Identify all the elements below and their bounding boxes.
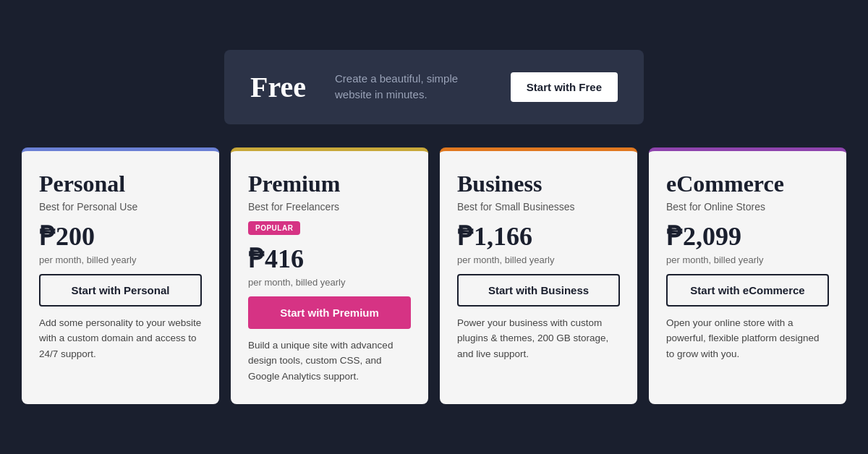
plan-tagline-premium: Best for Freelancers <box>248 201 411 213</box>
popular-badge: POPULAR <box>248 221 300 235</box>
plan-price-ecommerce: ₱2,099 <box>666 221 829 252</box>
plan-name-personal: Personal <box>39 171 202 197</box>
plan-card-premium: Premium Best for Freelancers POPULAR ₱41… <box>231 147 428 405</box>
plan-price-personal: ₱200 <box>39 221 202 252</box>
free-plan-description: Create a beautiful, simple website in mi… <box>335 71 482 103</box>
plan-billing-premium: per month, billed yearly <box>248 277 411 288</box>
plan-description-business: Power your business with custom plugins … <box>457 315 620 362</box>
plan-price-premium: ₱416 <box>248 244 411 274</box>
plan-button-ecommerce[interactable]: Start with eCommerce <box>666 274 829 307</box>
plan-button-premium[interactable]: Start with Premium <box>248 296 411 329</box>
plan-billing-ecommerce: per month, billed yearly <box>666 254 829 265</box>
start-with-free-button[interactable]: Start with Free <box>511 72 618 102</box>
plans-grid: Personal Best for Personal Use ₱200 per … <box>22 147 846 405</box>
plan-tagline-ecommerce: Best for Online Stores <box>666 201 829 213</box>
plan-card-business: Business Best for Small Businesses ₱1,16… <box>440 147 637 405</box>
plan-description-ecommerce: Open your online store with a powerful, … <box>666 315 829 362</box>
plan-description-personal: Add some personality to your website wit… <box>39 315 202 362</box>
plan-tagline-personal: Best for Personal Use <box>39 201 202 213</box>
plan-name-business: Business <box>457 171 620 197</box>
free-banner: Free Create a beautiful, simple website … <box>224 50 644 124</box>
plan-card-personal: Personal Best for Personal Use ₱200 per … <box>22 147 219 405</box>
plan-name-premium: Premium <box>248 171 411 197</box>
plan-billing-business: per month, billed yearly <box>457 254 620 265</box>
plan-button-business[interactable]: Start with Business <box>457 274 620 307</box>
plan-billing-personal: per month, billed yearly <box>39 254 202 265</box>
plan-button-personal[interactable]: Start with Personal <box>39 274 202 307</box>
plan-price-business: ₱1,166 <box>457 221 620 252</box>
plan-name-ecommerce: eCommerce <box>666 171 829 197</box>
plan-tagline-business: Best for Small Businesses <box>457 201 620 213</box>
plan-card-ecommerce: eCommerce Best for Online Stores ₱2,099 … <box>649 147 846 405</box>
plan-description-premium: Build a unique site with advanced design… <box>248 338 411 385</box>
free-plan-title: Free <box>250 70 306 104</box>
